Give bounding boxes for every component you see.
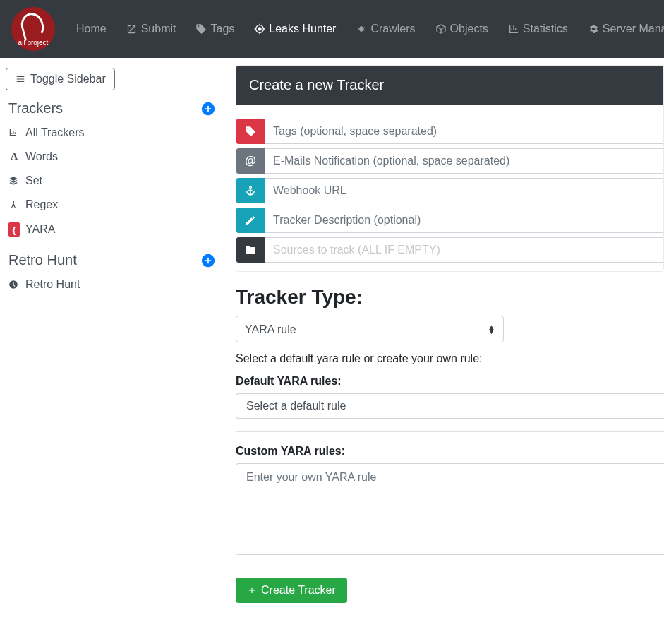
emails-row: @ bbox=[236, 148, 663, 174]
nav-tags[interactable]: Tags bbox=[187, 17, 243, 41]
sidebar-retro-title: Retro Hunt bbox=[8, 252, 77, 268]
nav-server-management[interactable]: Server Management bbox=[579, 17, 664, 41]
compass-icon bbox=[8, 200, 20, 210]
custom-rule-textarea[interactable] bbox=[236, 463, 664, 555]
layers-icon bbox=[8, 176, 20, 186]
nav-submit[interactable]: Submit bbox=[118, 17, 185, 41]
tags-input[interactable] bbox=[265, 119, 663, 144]
nav-objects[interactable]: Objects bbox=[427, 17, 497, 41]
add-tracker-icon[interactable] bbox=[201, 102, 215, 116]
sidebar-item-label: Retro Hunt bbox=[25, 278, 80, 291]
nav-leaks-hunter[interactable]: Leaks Hunter bbox=[246, 17, 344, 41]
divider bbox=[236, 431, 664, 432]
app-logo[interactable]: ail project bbox=[11, 7, 55, 51]
align-justify-icon bbox=[15, 74, 26, 84]
toggle-sidebar-button[interactable]: Toggle Sidebar bbox=[6, 68, 115, 90]
description-input[interactable] bbox=[265, 208, 663, 233]
spider-icon bbox=[356, 23, 367, 35]
sidebar-section-retro: Retro Hunt bbox=[6, 248, 218, 273]
tags-row bbox=[236, 119, 663, 144]
yara-brace-icon: { bbox=[8, 222, 20, 237]
tracker-type-select[interactable]: YARA rule bbox=[236, 316, 504, 342]
sidebar-section-trackers: Trackers bbox=[6, 96, 218, 121]
crosshair-icon bbox=[254, 23, 265, 35]
nav-statistics[interactable]: Statistics bbox=[500, 17, 577, 41]
folder-icon bbox=[236, 237, 265, 263]
top-navbar: ail project Home Submit Tags Leaks Hunte… bbox=[0, 0, 664, 58]
sidebar-item-label: All Trackers bbox=[25, 126, 85, 139]
sidebar-item-label: Regex bbox=[25, 198, 58, 211]
main-content: Create a new Tracker @ bbox=[224, 58, 664, 644]
sidebar-item-retro-hunt[interactable]: Retro Hunt bbox=[6, 273, 218, 297]
webhook-row bbox=[236, 178, 663, 203]
pencil-icon bbox=[236, 208, 265, 233]
create-tracker-button[interactable]: Create Tracker bbox=[236, 578, 347, 603]
sources-row bbox=[236, 237, 663, 263]
webhook-input[interactable] bbox=[265, 178, 663, 203]
cube-icon bbox=[435, 23, 447, 35]
external-link-icon bbox=[126, 23, 138, 35]
app-logo-text: ail project bbox=[11, 39, 55, 47]
default-rules-label: Default YARA rules: bbox=[236, 375, 664, 388]
sidebar-item-words[interactable]: A Words bbox=[6, 145, 218, 169]
sidebar-item-label: Set bbox=[25, 174, 42, 187]
description-row bbox=[236, 208, 663, 233]
clock-icon bbox=[8, 280, 20, 290]
sidebar-item-set[interactable]: Set bbox=[6, 169, 218, 193]
sidebar-item-yara[interactable]: { YARA bbox=[6, 217, 218, 242]
sidebar: Toggle Sidebar Trackers All Trackers A W… bbox=[0, 58, 224, 644]
card-header: Create a new Tracker bbox=[236, 66, 663, 105]
gear-icon bbox=[588, 23, 599, 35]
tags-icon bbox=[195, 23, 207, 35]
sidebar-trackers-title: Trackers bbox=[8, 100, 63, 117]
sidebar-item-label: YARA bbox=[25, 223, 55, 236]
anchor-icon bbox=[236, 178, 265, 203]
chart-icon bbox=[508, 23, 519, 35]
font-icon: A bbox=[8, 151, 20, 162]
add-retro-icon[interactable] bbox=[201, 254, 215, 268]
sidebar-item-all-trackers[interactable]: All Trackers bbox=[6, 121, 218, 145]
sources-input[interactable] bbox=[265, 237, 663, 263]
sidebar-item-regex[interactable]: Regex bbox=[6, 193, 218, 217]
emails-input[interactable] bbox=[265, 148, 663, 174]
tag-icon bbox=[236, 119, 265, 144]
tracker-type-help: Select a default yara rule or create you… bbox=[236, 352, 664, 365]
sidebar-item-label: Words bbox=[25, 150, 58, 163]
plus-icon bbox=[247, 585, 257, 595]
tracker-type-heading: Tracker Type: bbox=[236, 286, 664, 309]
nav-crawlers[interactable]: Crawlers bbox=[347, 17, 423, 41]
create-tracker-card: Create a new Tracker @ bbox=[236, 65, 664, 272]
custom-rules-label: Custom YARA rules: bbox=[236, 445, 664, 458]
default-rule-select[interactable]: Select a default rule bbox=[236, 393, 664, 419]
nav-home[interactable]: Home bbox=[68, 17, 115, 41]
at-icon: @ bbox=[236, 148, 265, 174]
ruler-icon bbox=[8, 128, 20, 138]
